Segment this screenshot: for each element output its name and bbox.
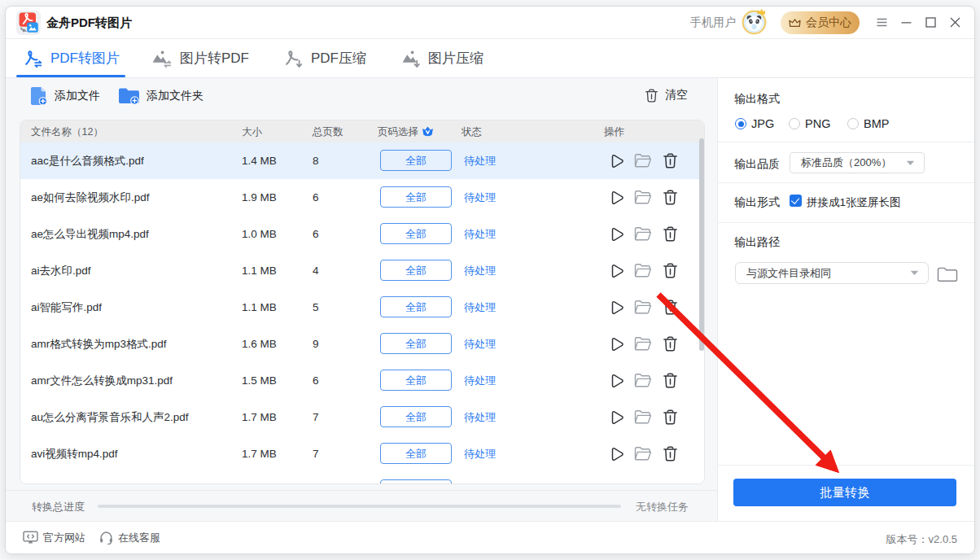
radio-png[interactable]: PNG <box>789 117 830 130</box>
maximize-icon[interactable] <box>925 17 936 28</box>
close-icon[interactable] <box>950 17 960 28</box>
page-select-button[interactable]: 全部 <box>380 333 452 354</box>
output-quality-value: 标准品质（200%） <box>801 155 906 170</box>
batch-convert-button[interactable]: 批量转换 <box>733 479 956 506</box>
radio-bmp[interactable]: BMP <box>847 117 889 130</box>
table-row[interactable]: ae如何去除视频水印.pdf 1.9 MB 6 全部 待处理 <box>20 179 704 216</box>
delete-icon[interactable] <box>663 300 677 315</box>
output-format-label: 输出格式 <box>734 92 780 106</box>
table-row[interactable]: ae怎么导出视频mp4.pdf 1.0 MB 6 全部 待处理 <box>20 216 704 252</box>
page-select-button[interactable]: 全部 <box>380 296 452 317</box>
page-select-button[interactable]: 全部 <box>380 223 452 244</box>
file-toolbar: 添加文件 添加文件夹 <box>6 78 717 120</box>
minimize-icon[interactable] <box>901 17 912 28</box>
table-row[interactable]: ai智能写作.pdf 1.1 MB 5 全部 待处理 <box>20 289 704 326</box>
file-panel: 添加文件 添加文件夹 <box>6 78 717 521</box>
convert-play-icon[interactable] <box>609 300 624 316</box>
browse-folder-icon[interactable] <box>936 265 959 284</box>
file-status: 待处理 <box>464 190 496 204</box>
delete-icon[interactable] <box>663 263 677 278</box>
progress-row: 转换总进度 无转换任务 <box>6 490 717 521</box>
delete-icon[interactable] <box>663 373 677 388</box>
table-row[interactable]: ai去水印.pdf 1.1 MB 4 全部 待处理 <box>20 252 704 289</box>
convert-play-icon[interactable] <box>609 226 624 243</box>
open-folder-icon[interactable] <box>634 446 651 462</box>
file-status: 待处理 <box>464 300 496 314</box>
main-area: 添加文件 添加文件夹 <box>6 78 974 521</box>
table-row[interactable]: amr文件怎么转换成mp31.pdf 1.5 MB 6 全部 待处理 <box>20 362 704 399</box>
delete-icon[interactable] <box>663 409 677 425</box>
page-select-button[interactable] <box>380 479 452 484</box>
headset-icon <box>99 531 113 545</box>
user-avatar[interactable] <box>742 10 767 35</box>
tab-image-compress[interactable]: 图片压缩 <box>396 39 489 77</box>
delete-icon[interactable] <box>663 190 677 205</box>
convert-play-icon[interactable] <box>609 409 624 426</box>
file-pages: 5 <box>313 300 319 314</box>
convert-play-icon[interactable] <box>609 446 624 462</box>
delete-icon[interactable] <box>663 446 677 462</box>
convert-play-icon[interactable] <box>609 153 624 169</box>
file-size: 1.7 MB <box>242 447 277 461</box>
menu-icon[interactable] <box>877 17 887 28</box>
progress-bar <box>98 505 621 509</box>
convert-play-icon[interactable] <box>609 336 624 352</box>
file-status: 待处理 <box>464 410 496 424</box>
delete-icon[interactable] <box>663 226 677 242</box>
page-select-button[interactable]: 全部 <box>380 370 452 391</box>
open-folder-icon[interactable] <box>634 409 651 425</box>
add-folder-button[interactable]: 添加文件夹 <box>118 86 203 106</box>
open-folder-icon[interactable] <box>634 153 651 168</box>
stitch-checkbox[interactable] <box>790 195 802 207</box>
member-center-button[interactable]: 会员中心 <box>781 11 860 34</box>
user-label[interactable]: 手机用户 <box>690 15 736 30</box>
table-scrollbar[interactable] <box>699 138 704 351</box>
convert-play-icon[interactable] <box>609 263 624 279</box>
page-select-label: 全部 <box>405 412 427 422</box>
tab-label: 图片转PDF <box>180 50 249 68</box>
table-row-partial[interactable] <box>20 472 704 484</box>
table-row[interactable]: au怎么分离背景音乐和人声2.pdf 1.7 MB 7 全部 待处理 <box>20 399 704 435</box>
convert-play-icon[interactable] <box>609 190 624 206</box>
open-folder-icon[interactable] <box>634 190 651 205</box>
table-row[interactable]: amr格式转换为mp3格式.pdf 1.6 MB 9 全部 待处理 <box>20 326 704 362</box>
tab-image-to-pdf[interactable]: 图片转PDF <box>146 39 255 77</box>
column-action: 操作 <box>604 125 624 138</box>
column-filename: 文件名称（12） <box>31 125 103 138</box>
table-header: 文件名称（12） 大小 总页数 页码选择 状态 操作 <box>20 120 704 142</box>
radio-circle <box>847 118 859 129</box>
file-name: avi视频转mp4.pdf <box>31 447 118 461</box>
tab-pdf-to-image[interactable]: PDF转图片 <box>16 39 125 77</box>
open-folder-icon[interactable] <box>634 373 651 388</box>
tab-label: PDF压缩 <box>311 50 366 68</box>
open-folder-icon[interactable] <box>634 300 651 315</box>
open-folder-icon[interactable] <box>634 336 651 352</box>
table-body: aac是什么音频格式.pdf 1.4 MB 8 全部 待处理 ae如何去除视频水… <box>20 142 704 484</box>
output-quality-select[interactable]: 标准品质（200%） <box>790 152 925 173</box>
page-select-button[interactable]: 全部 <box>380 260 452 281</box>
page-select-button[interactable]: 全部 <box>380 186 452 208</box>
image-compress-icon <box>401 49 421 68</box>
stitch-checkbox-label[interactable]: 拼接成1张竖屏长图 <box>807 195 901 210</box>
online-support-link[interactable]: 在线客服 <box>99 522 160 553</box>
add-file-button[interactable]: 添加文件 <box>30 86 100 106</box>
file-name: amr格式转换为mp3格式.pdf <box>31 337 167 351</box>
table-row[interactable]: aac是什么音频格式.pdf 1.4 MB 8 全部 待处理 <box>20 142 704 179</box>
open-folder-icon[interactable] <box>634 226 651 242</box>
output-path-select[interactable]: 与源文件目录相同 <box>735 262 929 284</box>
page-select-button[interactable]: 全部 <box>380 443 452 464</box>
convert-play-icon[interactable] <box>609 373 624 389</box>
tab-pdf-compress[interactable]: PDF压缩 <box>278 39 372 77</box>
table-row[interactable]: avi视频转mp4.pdf 1.7 MB 7 全部 待处理 <box>20 435 704 472</box>
page-select-button[interactable]: 全部 <box>380 406 452 427</box>
file-status: 待处理 <box>464 154 496 168</box>
open-folder-icon[interactable] <box>634 263 651 278</box>
official-website-link[interactable]: 官方网站 <box>23 522 85 553</box>
radio-label: BMP <box>864 117 889 130</box>
clear-list-button[interactable]: 清空 <box>645 88 688 103</box>
delete-icon[interactable] <box>663 336 677 352</box>
radio-jpg[interactable]: JPG <box>735 117 774 130</box>
app-logo-icon <box>16 11 41 35</box>
page-select-button[interactable]: 全部 <box>380 150 452 171</box>
delete-icon[interactable] <box>663 153 677 168</box>
